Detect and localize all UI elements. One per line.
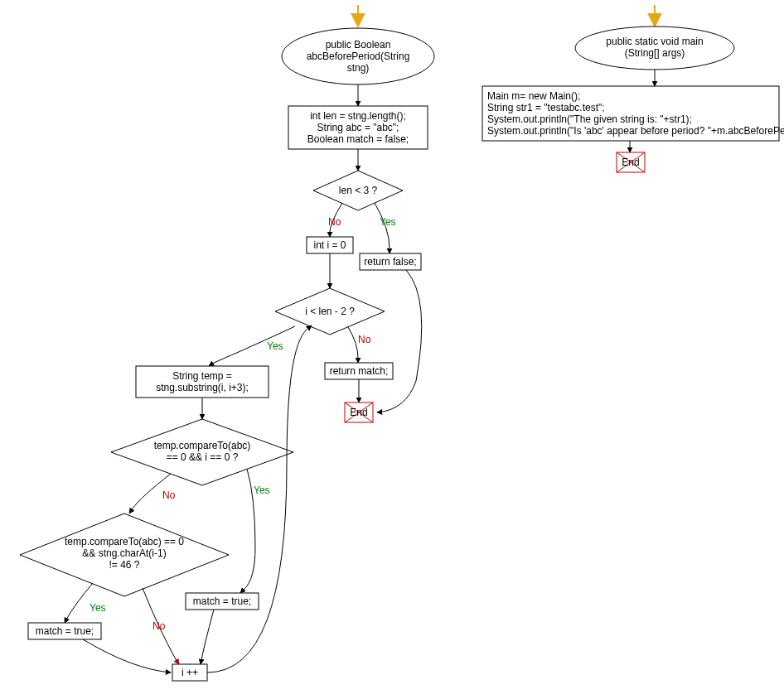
- cmp2-no-label: No: [152, 620, 166, 632]
- func-sig-line2: abcBeforePeriod(String: [307, 51, 410, 62]
- flowchart-canvas: public Boolean abcBeforePeriod(String st…: [0, 0, 784, 699]
- decision-loop-text: i < len - 2 ?: [305, 306, 355, 317]
- end-text-left: End: [350, 407, 367, 418]
- init-line1: int len = stng.length();: [310, 110, 406, 122]
- i-plus-text: i ++: [181, 667, 198, 678]
- decision-cmp2-l1: temp.compareTo(abc) == 0: [65, 536, 184, 547]
- end-text-right: End: [622, 157, 639, 168]
- temp-line2: stng.substring(i, i+3);: [156, 382, 249, 393]
- main-sig-l2: (String[] args): [625, 47, 685, 59]
- temp-line1: String temp =: [172, 370, 232, 382]
- match-true-right-text: match = true;: [193, 595, 251, 607]
- match-true-left-text: match = true;: [36, 625, 94, 637]
- main-body-l1: Main m= new Main();: [487, 90, 580, 102]
- decision-cmp2-l3: != 46 ?: [109, 559, 139, 571]
- len-no-label: No: [328, 216, 341, 228]
- func-sig-line1: public Boolean: [326, 39, 391, 51]
- main-body-l4: System.out.println("Is 'abc' appear befo…: [487, 125, 784, 137]
- main-sig-l1: public static void main: [606, 36, 703, 47]
- decision-cmp1-l1: temp.compareTo(abc): [154, 440, 251, 451]
- cmp2-yes-label: Yes: [90, 602, 106, 614]
- main-body-l3: System.out.println("The given string is:…: [487, 113, 692, 125]
- return-match-text: return match;: [330, 365, 389, 377]
- svg-line-10: [209, 363, 214, 366]
- end-node-left: End: [345, 403, 373, 422]
- svg-line-15: [176, 659, 179, 664]
- cmp1-no-label: No: [162, 489, 176, 501]
- svg-line-14: [65, 619, 66, 623]
- svg-line-13: [129, 509, 133, 513]
- init-line3: Boolean match = false;: [307, 133, 409, 145]
- cmp1-yes-label: Yes: [254, 484, 270, 496]
- int-i-text: int i = 0: [313, 239, 346, 251]
- decision-cmp2-l2: && stng.charAt(i-1): [82, 547, 166, 559]
- len-yes-label: Yes: [380, 216, 396, 228]
- loop-yes-label: Yes: [267, 340, 283, 352]
- init-line2: String abc = "abc";: [317, 122, 399, 133]
- return-false-text: return false;: [364, 256, 416, 268]
- func-sig-line3: stng): [347, 62, 370, 74]
- main-body-l2: String str1 = "testabc.test";: [487, 102, 605, 113]
- decision-cmp1-l2: == 0 && i == 0 ?: [167, 451, 239, 463]
- svg-line-12: [240, 590, 244, 593]
- end-node-right: End: [617, 152, 645, 172]
- decision-len-text: len < 3 ?: [339, 185, 378, 196]
- loop-no-label: No: [358, 334, 371, 345]
